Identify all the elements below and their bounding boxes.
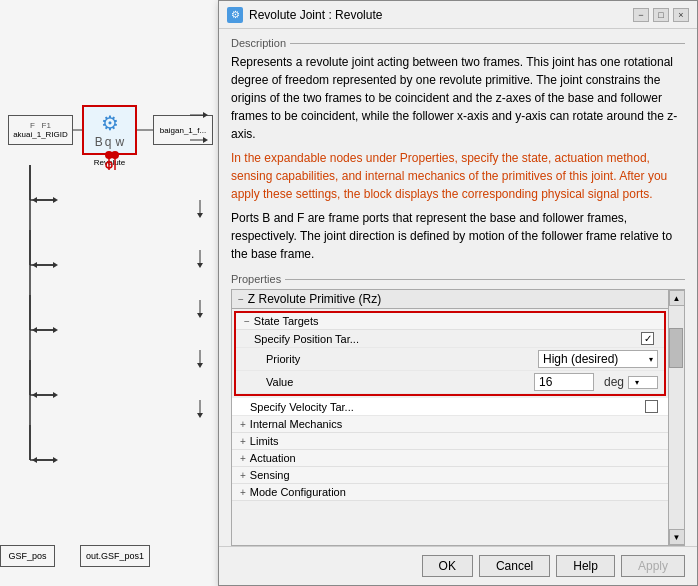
- limits-icon: +: [240, 436, 246, 447]
- svg-marker-23: [32, 327, 37, 333]
- primitive-header[interactable]: − Z Revolute Primitive (Rz): [232, 290, 668, 309]
- baigan-block-label: baigan_1_f...: [160, 126, 206, 135]
- mode-config-label: Mode Configuration: [250, 486, 346, 498]
- value-unit-dropdown[interactable]: ▾: [628, 376, 658, 389]
- scroll-thumb[interactable]: [669, 328, 683, 368]
- svg-marker-21: [32, 262, 37, 268]
- value-unit-arrow: ▾: [635, 378, 639, 387]
- description-label: Description: [231, 37, 290, 49]
- state-targets-label: State Targets: [254, 315, 319, 327]
- svg-marker-4: [53, 197, 58, 203]
- svg-marker-39: [197, 363, 203, 368]
- help-button[interactable]: Help: [556, 555, 615, 577]
- scroll-up-arrow[interactable]: ▲: [669, 290, 685, 306]
- actuation-row[interactable]: + Actuation: [232, 450, 668, 467]
- description-text1: Represents a revolute joint acting betwe…: [231, 53, 685, 143]
- specify-velocity-row: Specify Velocity Tar...: [232, 398, 668, 416]
- rigid-block[interactable]: F F1 akuai_1_RIGID: [8, 115, 73, 145]
- sensing-icon: +: [240, 470, 246, 481]
- svg-marker-41: [197, 413, 203, 418]
- priority-dropdown[interactable]: High (desired) ▾: [538, 350, 658, 368]
- out-label: out.GSF_pos1: [86, 551, 144, 561]
- actuation-label: Actuation: [250, 452, 296, 464]
- svg-marker-7: [53, 262, 58, 268]
- svg-marker-35: [197, 263, 203, 268]
- properties-header: Properties: [231, 273, 685, 285]
- canvas-connections: [0, 0, 220, 586]
- state-targets-section: − State Targets Specify Position Tar... …: [234, 311, 666, 396]
- gsf-label: GSF_pos: [8, 551, 46, 561]
- sensing-label: Sensing: [250, 469, 290, 481]
- primitive-header-text: Z Revolute Primitive (Rz): [248, 292, 381, 306]
- svg-marker-27: [32, 457, 37, 463]
- description-text2: In the expandable nodes under Properties…: [231, 149, 685, 203]
- revolute-block[interactable]: ⚙ Bq w Revolute: [82, 105, 137, 155]
- dialog-body: Description Represents a revolute joint …: [219, 29, 697, 546]
- priority-label: Priority: [266, 353, 538, 365]
- specify-velocity-label: Specify Velocity Tar...: [250, 401, 645, 413]
- sensing-row[interactable]: + Sensing: [232, 467, 668, 484]
- specify-position-checkbox-cell: [641, 332, 658, 345]
- properties-scrollbar[interactable]: ▲ ▼: [668, 290, 684, 545]
- revolute-icon: ⚙: [101, 111, 119, 135]
- specify-position-row: Specify Position Tar...: [236, 330, 664, 348]
- internal-mechanics-row[interactable]: + Internal Mechanics: [232, 416, 668, 433]
- actuation-icon: +: [240, 453, 246, 464]
- gsf-block[interactable]: GSF_pos: [0, 545, 55, 567]
- value-label: Value: [266, 376, 534, 388]
- revolute-block-label: Revolute: [84, 158, 135, 167]
- state-targets-row[interactable]: − State Targets: [236, 313, 664, 330]
- specify-position-label: Specify Position Tar...: [254, 333, 641, 345]
- state-targets-expand-icon: −: [244, 316, 250, 327]
- properties-divider: [285, 279, 685, 280]
- svg-marker-19: [32, 197, 37, 203]
- properties-label: Properties: [231, 273, 285, 285]
- properties-table-wrapper: − Z Revolute Primitive (Rz) − State Targ…: [232, 290, 668, 545]
- internal-mechanics-label: Internal Mechanics: [250, 418, 342, 430]
- dialog-titlebar: ⚙ Revolute Joint : Revolute − □ ×: [219, 1, 697, 29]
- description-header: Description: [231, 37, 685, 49]
- primitive-expand-icon: −: [238, 294, 244, 305]
- priority-dropdown-arrow: ▾: [649, 355, 653, 364]
- svg-marker-25: [32, 392, 37, 398]
- properties-section: Properties: [219, 269, 697, 289]
- description-divider: [290, 43, 685, 44]
- mode-config-icon: +: [240, 487, 246, 498]
- mode-config-row[interactable]: + Mode Configuration: [232, 484, 668, 501]
- description-section: Description Represents a revolute joint …: [219, 29, 697, 269]
- value-cell: 16 deg ▾: [534, 373, 658, 391]
- svg-marker-16: [53, 457, 58, 463]
- scroll-down-arrow[interactable]: ▼: [669, 529, 685, 545]
- apply-button[interactable]: Apply: [621, 555, 685, 577]
- ok-button[interactable]: OK: [422, 555, 473, 577]
- svg-marker-33: [197, 213, 203, 218]
- specify-velocity-checkbox[interactable]: [645, 400, 658, 413]
- maximize-button[interactable]: □: [653, 8, 669, 22]
- value-input[interactable]: 16: [534, 373, 594, 391]
- scroll-track[interactable]: [669, 306, 684, 529]
- dialog-title-icon: ⚙: [227, 7, 243, 23]
- value-unit: deg: [604, 375, 624, 389]
- revolute-joint-dialog: ⚙ Revolute Joint : Revolute − □ × Descri…: [218, 0, 698, 586]
- svg-marker-37: [197, 313, 203, 318]
- dialog-footer: OK Cancel Help Apply: [219, 546, 697, 585]
- value-row: Value 16 deg ▾: [236, 371, 664, 394]
- limits-label: Limits: [250, 435, 279, 447]
- rigid-block-label: akuai_1_RIGID: [13, 130, 68, 139]
- limits-row[interactable]: + Limits: [232, 433, 668, 450]
- cancel-button[interactable]: Cancel: [479, 555, 550, 577]
- svg-marker-13: [53, 392, 58, 398]
- description-text3: Ports B and F are frame ports that repre…: [231, 209, 685, 263]
- window-controls: − □ ×: [633, 8, 689, 22]
- dialog-title: Revolute Joint : Revolute: [249, 8, 633, 22]
- baigan-block[interactable]: baigan_1_f...: [153, 115, 213, 145]
- internal-mechanics-icon: +: [240, 419, 246, 430]
- specify-position-checkbox[interactable]: [641, 332, 654, 345]
- minimize-button[interactable]: −: [633, 8, 649, 22]
- priority-value: High (desired): [543, 352, 618, 366]
- close-button[interactable]: ×: [673, 8, 689, 22]
- out-block[interactable]: out.GSF_pos1: [80, 545, 150, 567]
- svg-marker-10: [53, 327, 58, 333]
- properties-container: − Z Revolute Primitive (Rz) − State Targ…: [231, 289, 685, 546]
- priority-row: Priority High (desired) ▾: [236, 348, 664, 371]
